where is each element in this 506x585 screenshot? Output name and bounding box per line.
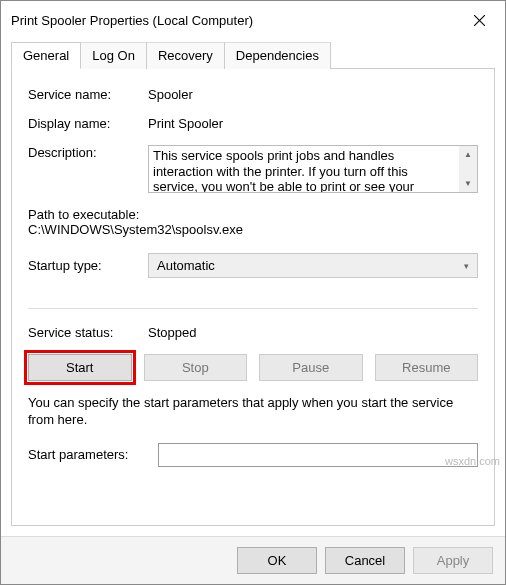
- start-parameters-label: Start parameters:: [28, 447, 158, 462]
- close-button[interactable]: [463, 7, 495, 33]
- tab-logon[interactable]: Log On: [81, 42, 147, 69]
- watermark: wsxdn.com: [445, 455, 500, 467]
- titlebar: Print Spooler Properties (Local Computer…: [1, 1, 505, 37]
- tab-strip: General Log On Recovery Dependencies: [11, 41, 495, 68]
- chevron-down-icon: ▾: [464, 261, 469, 271]
- description-label: Description:: [28, 145, 148, 160]
- description-box: This service spools print jobs and handl…: [148, 145, 478, 193]
- path-label: Path to executable:: [28, 207, 478, 222]
- startup-type-label: Startup type:: [28, 258, 148, 273]
- window-title: Print Spooler Properties (Local Computer…: [11, 13, 253, 28]
- startup-type-select[interactable]: Automatic ▾: [148, 253, 478, 278]
- display-name-label: Display name:: [28, 116, 148, 131]
- divider: [28, 308, 478, 309]
- path-value: C:\WINDOWS\System32\spoolsv.exe: [28, 222, 478, 237]
- apply-button: Apply: [413, 547, 493, 574]
- service-name-label: Service name:: [28, 87, 148, 102]
- ok-button[interactable]: OK: [237, 547, 317, 574]
- dialog-footer: OK Cancel Apply: [1, 536, 505, 584]
- service-name-value: Spooler: [148, 87, 478, 102]
- description-scrollbar[interactable]: ▲ ▼: [459, 146, 477, 192]
- content-area: General Log On Recovery Dependencies Ser…: [1, 37, 505, 536]
- scroll-down-icon[interactable]: ▼: [459, 175, 477, 192]
- pause-button: Pause: [259, 354, 363, 381]
- start-parameters-input[interactable]: [158, 443, 478, 467]
- tab-dependencies[interactable]: Dependencies: [225, 42, 331, 69]
- close-icon: [474, 15, 485, 26]
- service-status-label: Service status:: [28, 325, 148, 340]
- scroll-up-icon[interactable]: ▲: [459, 146, 477, 163]
- start-parameters-hint: You can specify the start parameters tha…: [28, 395, 478, 429]
- startup-type-value: Automatic: [157, 258, 215, 273]
- tab-recovery[interactable]: Recovery: [147, 42, 225, 69]
- general-panel: Service name: Spooler Display name: Prin…: [11, 68, 495, 526]
- stop-button: Stop: [144, 354, 248, 381]
- display-name-value: Print Spooler: [148, 116, 478, 131]
- tab-general[interactable]: General: [11, 42, 81, 69]
- resume-button: Resume: [375, 354, 479, 381]
- start-button[interactable]: Start: [28, 354, 132, 381]
- description-text: This service spools print jobs and handl…: [149, 146, 459, 192]
- cancel-button[interactable]: Cancel: [325, 547, 405, 574]
- service-status-value: Stopped: [148, 325, 478, 340]
- properties-dialog: Print Spooler Properties (Local Computer…: [0, 0, 506, 585]
